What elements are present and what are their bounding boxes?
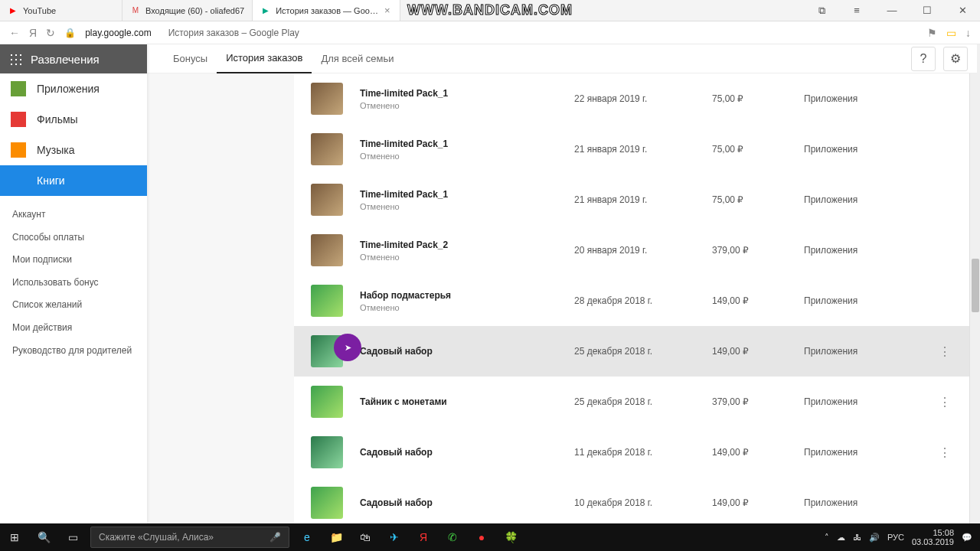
order-status: Отменено xyxy=(360,303,574,312)
mic-icon[interactable]: 🎤 xyxy=(270,532,281,543)
start-button[interactable]: ⊞ xyxy=(0,523,29,551)
sidebar-icon[interactable]: ⧉ xyxy=(804,0,839,21)
order-date: 25 декабря 2018 г. xyxy=(574,346,712,357)
yandex-icon[interactable]: Я xyxy=(29,27,37,39)
sidebar-link[interactable]: Мои подписки xyxy=(0,249,147,272)
clock[interactable]: 15:08 03.03.2019 xyxy=(912,528,954,546)
record-icon[interactable]: ● xyxy=(467,523,496,551)
clock-time: 15:08 xyxy=(912,528,954,537)
browser-tab[interactable]: ▶ YouTube xyxy=(0,0,122,21)
url-host[interactable]: play.google.com xyxy=(85,28,152,38)
sidebar-link[interactable]: Мои действия xyxy=(0,317,147,340)
maximize-button[interactable]: ☐ xyxy=(910,0,945,21)
search-icon[interactable]: 🔍 xyxy=(29,523,58,551)
app-icon[interactable]: 🍀 xyxy=(496,523,525,551)
sidebar-link[interactable]: Аккаунт xyxy=(0,204,147,227)
settings-button[interactable]: ⚙ xyxy=(943,47,968,71)
order-row[interactable]: Time-limited Pack_1Отменено21 января 201… xyxy=(294,174,969,225)
order-thumbnail xyxy=(311,436,343,468)
store-icon[interactable]: 🛍 xyxy=(351,523,380,551)
whatsapp-icon[interactable]: ✆ xyxy=(438,523,467,551)
back-button[interactable]: ← xyxy=(9,27,20,39)
order-price: 75,00 ₽ xyxy=(712,144,804,155)
play-store-page: Развлечения ПриложенияФильмыМузыкаКниги … xyxy=(0,44,980,523)
browser-tab-active[interactable]: ▶ История заказов — Goo… × xyxy=(253,0,400,21)
telegram-icon[interactable]: ✈ xyxy=(380,523,409,551)
order-date: 10 декабря 2018 г. xyxy=(574,497,712,508)
sidebar-item-label: Музыка xyxy=(37,144,75,156)
onedrive-icon[interactable]: ☁ xyxy=(837,533,845,543)
menu-icon[interactable]: ≡ xyxy=(839,0,874,21)
downloads-icon[interactable]: ↓ xyxy=(965,27,971,39)
battery-icon: ▭ xyxy=(946,27,956,39)
notifications-icon[interactable]: 💬 xyxy=(962,533,972,543)
order-row[interactable]: Садовый набор10 декабря 2018 г.149,00 ₽П… xyxy=(294,478,969,523)
network-icon[interactable]: 🖧 xyxy=(853,533,861,542)
order-title: Time-limited Pack_2 xyxy=(360,240,574,250)
sidebar-link[interactable]: Способы оплаты xyxy=(0,227,147,249)
order-status: Отменено xyxy=(360,101,574,110)
kebab-icon[interactable]: ⋮ xyxy=(937,395,952,409)
order-category: Приложения xyxy=(804,245,937,256)
sidebar-item[interactable]: Музыка xyxy=(0,135,147,165)
order-row[interactable]: Садовый набор25 декабря 2018 г.149,00 ₽П… xyxy=(294,326,969,377)
edge-icon[interactable]: e xyxy=(292,523,322,551)
order-category: Приложения xyxy=(804,497,937,508)
kebab-icon[interactable]: ⋮ xyxy=(937,445,952,460)
order-row[interactable]: Time-limited Pack_1Отменено22 января 201… xyxy=(294,73,969,124)
task-view-icon[interactable]: ▭ xyxy=(58,523,87,551)
browser-tab[interactable]: M Входящие (60) - oliafed67 xyxy=(122,0,253,21)
volume-icon[interactable]: 🔊 xyxy=(869,533,880,543)
order-date: 20 января 2019 г. xyxy=(574,245,712,256)
lock-icon[interactable]: 🔒 xyxy=(64,28,76,38)
kebab-icon[interactable]: ⋮ xyxy=(937,344,952,359)
vertical-scrollbar[interactable] xyxy=(969,44,980,523)
order-date: 21 января 2019 г. xyxy=(574,144,712,155)
sidebar-item-label: Книги xyxy=(37,174,65,187)
order-price: 149,00 ₽ xyxy=(712,295,804,306)
order-row[interactable]: Набор подмастерьяОтменено28 декабря 2018… xyxy=(294,276,969,326)
main-tab[interactable]: Для всей семьи xyxy=(312,44,403,73)
sidebar-item[interactable]: Книги xyxy=(0,165,147,196)
explorer-icon[interactable]: 📁 xyxy=(322,523,351,551)
sidebar-item[interactable]: Приложения xyxy=(0,73,147,104)
yandex-icon[interactable]: Я xyxy=(409,523,438,551)
tray-chevron-icon[interactable]: ˄ xyxy=(825,533,829,543)
minimize-button[interactable]: — xyxy=(874,0,910,21)
order-category: Приложения xyxy=(804,144,937,155)
order-date: 22 января 2019 г. xyxy=(574,93,712,104)
clock-date: 03.03.2019 xyxy=(912,537,954,546)
order-row[interactable]: Time-limited Pack_1Отменено21 января 201… xyxy=(294,124,969,174)
order-row[interactable]: Time-limited Pack_2Отменено20 января 201… xyxy=(294,225,969,276)
order-date: 25 декабря 2018 г. xyxy=(574,396,712,407)
address-bar: ← Я ↻ 🔒 play.google.com История заказов … xyxy=(0,21,980,44)
reload-button[interactable]: ↻ xyxy=(46,27,55,39)
order-row[interactable]: Тайник с монетами25 декабря 2018 г.379,0… xyxy=(294,377,969,427)
sidebar-item[interactable]: Фильмы xyxy=(0,104,147,135)
close-icon[interactable]: × xyxy=(383,5,392,16)
order-category: Приложения xyxy=(804,295,937,306)
main-tab[interactable]: Бонусы xyxy=(164,44,217,73)
apps-grid-icon xyxy=(9,53,21,65)
order-category: Приложения xyxy=(804,447,937,458)
main-tab[interactable]: История заказов xyxy=(217,44,312,73)
sidebar-link[interactable]: Список желаний xyxy=(0,294,147,317)
sidebar-item-label: Фильмы xyxy=(37,113,78,126)
language-indicator[interactable]: РУС xyxy=(887,533,904,542)
close-button[interactable]: ✕ xyxy=(945,0,980,21)
order-date: 21 января 2019 г. xyxy=(574,194,712,205)
order-price: 75,00 ₽ xyxy=(712,194,804,205)
cortana-search[interactable]: Скажите «Слушай, Алиса» 🎤 xyxy=(90,527,289,548)
help-button[interactable]: ? xyxy=(911,47,936,71)
sidebar-header[interactable]: Развлечения xyxy=(0,44,147,73)
bookmark-icon[interactable]: ⚑ xyxy=(927,27,937,39)
order-title: Тайник с монетами xyxy=(360,396,574,407)
order-row[interactable]: Садовый набор11 декабря 2018 г.149,00 ₽П… xyxy=(294,427,969,478)
sidebar-link[interactable]: Руководство для родителей xyxy=(0,340,147,363)
order-category: Приложения xyxy=(804,346,937,357)
order-category: Приложения xyxy=(804,396,937,407)
order-thumbnail xyxy=(311,133,343,165)
category-icon xyxy=(11,81,26,96)
sidebar-link[interactable]: Использовать бонус xyxy=(0,272,147,295)
tab-title: История заказов — Goo… xyxy=(276,6,378,15)
